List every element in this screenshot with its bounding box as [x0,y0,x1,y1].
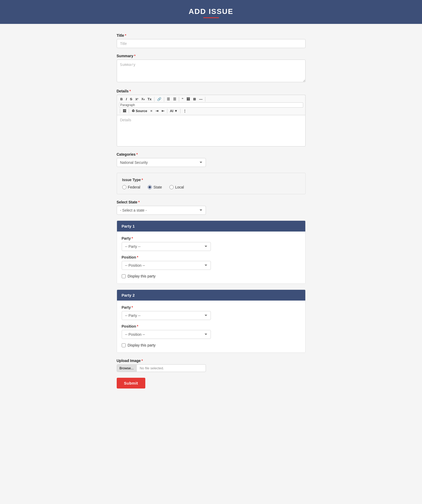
hr-button[interactable]: — [198,96,204,102]
align-button[interactable]: ≡ [149,108,154,114]
source-button[interactable]: ♻ Source [130,108,149,114]
party2-party-label: Party* [122,305,301,309]
submit-button[interactable]: Submit [117,378,146,388]
radio-local[interactable]: Local [169,185,184,189]
table-button[interactable]: ⊞ [192,96,197,102]
browse-button[interactable]: Browse... [117,365,137,372]
categories-select[interactable]: National Security Economy Environment He… [117,158,206,167]
page-header: ADD ISSUE [0,0,422,24]
select-state-field-group: Select State* - Select a state - Alabama… [117,200,306,215]
blockquote-button[interactable]: “ [180,96,185,102]
upload-label: Upload Image* [117,359,306,363]
state-select[interactable]: - Select a state - Alabama Alaska Califo… [117,206,206,215]
editor-toolbar: B I S X² X₂ Tx 🔗 ☰ ☰ “ 🖼 ⊞ — Paragraph 🖼… [117,95,306,115]
link-button[interactable]: 🔗 [156,96,163,102]
party2-position-label: Position* [122,324,301,328]
issue-type-radio-group: Federal State Local [122,185,300,189]
issue-type-label: Issue Type* [122,178,300,182]
party2-display-checkbox[interactable] [122,343,126,347]
image2-button[interactable]: 🖼 [121,108,127,114]
toolbar-divider-2 [164,97,164,102]
party2-display-label: Display this party [128,343,156,347]
clear-format-button[interactable]: Tx [146,96,153,102]
bold-button[interactable]: B [119,96,124,102]
details-label: Details* [117,89,306,93]
radio-federal-input[interactable] [122,185,126,189]
select-state-wrapper: - Select a state - Alabama Alaska Califo… [117,206,206,215]
summary-field-group: Summary* [117,54,306,83]
party2-body: Party* -- Party -- Democratic Republican… [117,301,305,353]
radio-federal[interactable]: Federal [122,185,140,189]
party1-position-select[interactable]: -- Position -- Support Oppose Neutral [122,261,211,270]
toolbar-divider-7 [167,109,167,113]
toolbar-divider-6 [129,109,129,113]
party2-display-row: Display this party [122,343,301,347]
strikethrough-button[interactable]: S [129,96,134,102]
toolbar-divider-4 [205,97,205,102]
categories-select-wrapper: National Security Economy Environment He… [117,158,206,167]
radio-state-input[interactable] [148,185,152,189]
party1-party-select[interactable]: -- Party -- Democratic Republican Indepe… [122,242,211,251]
party1-body: Party* -- Party -- Democratic Republican… [117,232,305,284]
summary-textarea[interactable] [117,60,306,82]
radio-local-label: Local [175,185,184,189]
image-button[interactable]: 🖼 [185,96,191,102]
details-editor[interactable]: Details [117,115,306,146]
party1-header: Party 1 [117,221,305,232]
party1-section: Party 1 Party* -- Party -- Democratic Re… [117,220,306,284]
details-field-group: Details* B I S X² X₂ Tx 🔗 ☰ ☰ “ 🖼 ⊞ — Pa… [117,89,306,146]
party2-position-select[interactable]: -- Position -- Support Oppose Neutral [122,330,211,339]
main-content: Title* Summary* Details* B I S X² X₂ Tx … [111,33,311,404]
party1-position-label: Position* [122,255,301,259]
title-label: Title* [117,33,306,38]
title-underline [203,17,219,18]
party2-party-select-wrapper: -- Party -- Democratic Republican Indepe… [122,311,211,320]
title-field-group: Title* [117,33,306,48]
toolbar-divider-1 [154,97,154,102]
party1-display-row: Display this party [122,274,301,278]
select-state-label: Select State* [117,200,306,204]
categories-field-group: Categories* National Security Economy En… [117,152,306,167]
issue-type-box: Issue Type* Federal State Local [117,173,306,194]
party1-party-label: Party* [122,236,301,240]
page-title: ADD ISSUE [189,7,233,16]
subscript-button[interactable]: X₂ [140,97,146,102]
party2-position-select-wrapper: -- Position -- Support Oppose Neutral [122,330,211,339]
list-ul-button[interactable]: ☰ [165,96,171,102]
paragraph-select[interactable]: Paragraph [119,102,303,108]
summary-label: Summary* [117,54,306,58]
party2-party-select[interactable]: -- Party -- Democratic Republican Indepe… [122,311,211,320]
radio-local-input[interactable] [169,185,174,189]
toolbar-divider-5 [120,109,120,113]
radio-state[interactable]: State [148,185,162,189]
more-button[interactable]: ⋮ [182,108,188,114]
party1-party-select-wrapper: -- Party -- Democratic Republican Indepe… [122,242,211,251]
party1-display-checkbox[interactable] [122,274,126,278]
upload-field-group: Upload Image* Browse... No file selected… [117,359,306,372]
party2-header: Party 2 [117,290,305,301]
superscript-button[interactable]: X² [134,97,140,102]
upload-filename: No file selected. [137,365,167,372]
outdent-button[interactable]: ⇤ [160,108,166,114]
ai-button[interactable]: AI ▼ [169,108,179,114]
party2-position-field: Position* -- Position -- Support Oppose … [122,324,301,339]
radio-state-label: State [153,185,162,189]
party2-party-field: Party* -- Party -- Democratic Republican… [122,305,301,320]
categories-label: Categories* [117,152,306,156]
title-input[interactable] [117,39,306,48]
party2-section: Party 2 Party* -- Party -- Democratic Re… [117,290,306,353]
indent-button[interactable]: ⇥ [154,108,160,114]
toolbar-divider-8 [180,109,180,113]
party1-party-field: Party* -- Party -- Democratic Republican… [122,236,301,251]
list-ol-button[interactable]: ☰ [172,96,178,102]
party1-position-field: Position* -- Position -- Support Oppose … [122,255,301,270]
party1-position-select-wrapper: -- Position -- Support Oppose Neutral [122,261,211,270]
toolbar-divider-3 [179,97,179,102]
party1-display-label: Display this party [128,274,156,278]
details-placeholder: Details [120,118,131,122]
upload-input-wrapper: Browse... No file selected. [117,364,206,372]
radio-federal-label: Federal [128,185,140,189]
italic-button[interactable]: I [125,96,128,102]
